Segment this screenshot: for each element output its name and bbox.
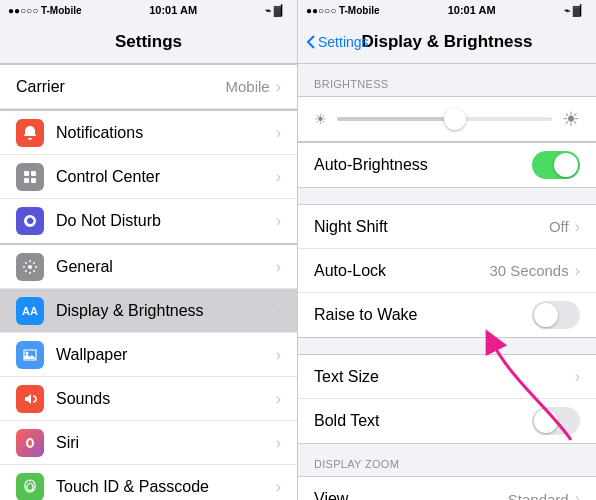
second-group: General › AA Display & Brightness › Wall… (0, 244, 297, 500)
view-chevron: › (575, 490, 580, 500)
raise-to-wake-label: Raise to Wake (314, 306, 532, 324)
notifications-icon (16, 119, 44, 147)
left-time: 10:01 AM (149, 4, 197, 16)
display-brightness-label: Display & Brightness (56, 302, 276, 320)
bold-text-toggle[interactable] (532, 407, 580, 435)
carrier-chevron: › (276, 78, 281, 96)
bold-text-label: Bold Text (314, 412, 532, 430)
control-center-label: Control Center (56, 168, 276, 186)
svg-point-7 (28, 440, 32, 446)
general-chevron: › (276, 258, 281, 276)
control-center-icon (16, 163, 44, 191)
view-value: Standard (508, 491, 569, 501)
svg-point-4 (28, 265, 32, 269)
view-label: View (314, 490, 508, 500)
right-nav-title: Display & Brightness (362, 32, 533, 52)
right-time: 10:01 AM (448, 4, 496, 16)
right-bluetooth-icon: ⌁ (564, 5, 570, 16)
right-content: BRIGHTNESS ☀ ☀ Auto-Brightness (298, 64, 596, 500)
display-brightness-chevron: › (276, 302, 281, 320)
sidebar-item-siri[interactable]: Siri › (0, 421, 297, 465)
back-button[interactable]: Settings (306, 34, 369, 50)
carrier-section: Carrier Mobile › (0, 64, 297, 110)
left-nav-bar: Settings (0, 20, 297, 64)
raise-to-wake-toggle[interactable] (532, 301, 580, 329)
bold-text-toggle-thumb (534, 409, 558, 433)
bold-text-row[interactable]: Bold Text (298, 399, 596, 443)
sidebar-item-display-brightness[interactable]: AA Display & Brightness › (0, 289, 297, 333)
night-shift-row[interactable]: Night Shift Off › (298, 205, 596, 249)
brightness-dim-icon: ☀ (314, 111, 327, 127)
right-battery-area: ⌁ ▓▏ (564, 5, 588, 16)
wallpaper-label: Wallpaper (56, 346, 276, 364)
raise-to-wake-row[interactable]: Raise to Wake (298, 293, 596, 337)
sounds-chevron: › (276, 390, 281, 408)
slider-thumb (444, 108, 466, 130)
carrier-value: Mobile (225, 78, 269, 95)
left-panel: ●●○○○ T-Mobile 10:01 AM ⌁ ▓▏ Settings Ca… (0, 0, 298, 500)
left-status-bar: ●●○○○ T-Mobile 10:01 AM ⌁ ▓▏ (0, 0, 297, 20)
sounds-label: Sounds (56, 390, 276, 408)
auto-brightness-toggle[interactable] (532, 151, 580, 179)
touch-id-chevron: › (276, 478, 281, 496)
brightness-slider-row[interactable]: ☀ ☀ (298, 96, 596, 142)
gap-4 (298, 338, 596, 354)
sounds-icon (16, 385, 44, 413)
slider-fill (337, 117, 455, 121)
svg-rect-2 (24, 178, 29, 183)
do-not-disturb-label: Do Not Disturb (56, 212, 276, 230)
right-carrier: ●●○○○ T-Mobile (306, 5, 380, 16)
left-nav-title: Settings (115, 32, 182, 52)
left-bluetooth-icon: ⌁ (265, 5, 271, 16)
right-panel: ●●○○○ T-Mobile 10:01 AM ⌁ ▓▏ Settings Di… (298, 0, 596, 500)
svg-rect-1 (31, 171, 36, 176)
do-not-disturb-icon (16, 207, 44, 235)
sidebar-item-wallpaper[interactable]: Wallpaper › (0, 333, 297, 377)
text-group: Text Size › Bold Text (298, 354, 596, 444)
night-shift-label: Night Shift (314, 218, 549, 236)
auto-brightness-row[interactable]: Auto-Brightness (298, 143, 596, 187)
night-shift-value: Off (549, 218, 569, 235)
right-panel-wrapper: ●●○○○ T-Mobile 10:01 AM ⌁ ▓▏ Settings Di… (298, 0, 596, 500)
auto-lock-chevron: › (575, 262, 580, 280)
auto-lock-value: 30 Seconds (489, 262, 568, 279)
left-battery-icon: ▓▏ (274, 5, 289, 16)
sidebar-item-general[interactable]: General › (0, 245, 297, 289)
general-label: General (56, 258, 276, 276)
first-group: Notifications › Control Center › Do N (0, 110, 297, 244)
touch-id-label: Touch ID & Passcode (56, 478, 276, 496)
gap-3 (298, 188, 596, 204)
sidebar-item-notifications[interactable]: Notifications › (0, 111, 297, 155)
right-nav-bar: Settings Display & Brightness (298, 20, 596, 64)
view-row[interactable]: View Standard › (298, 477, 596, 500)
text-size-label: Text Size (314, 368, 575, 386)
carrier-label: Carrier (16, 78, 225, 96)
siri-label: Siri (56, 434, 276, 452)
right-battery-icon: ▓▏ (573, 5, 588, 16)
sidebar-item-sounds[interactable]: Sounds › (0, 377, 297, 421)
brightness-bright-icon: ☀ (562, 107, 580, 131)
display-brightness-text-icon: AA (22, 305, 38, 317)
auto-lock-row[interactable]: Auto-Lock 30 Seconds › (298, 249, 596, 293)
night-shift-chevron: › (575, 218, 580, 236)
display-brightness-icon: AA (16, 297, 44, 325)
touch-id-icon (16, 473, 44, 501)
back-label: Settings (318, 34, 369, 50)
display-zoom-section-header: DISPLAY ZOOM (298, 444, 596, 476)
auto-brightness-label: Auto-Brightness (314, 156, 532, 174)
general-icon (16, 253, 44, 281)
display-zoom-group: View Standard › (298, 476, 596, 500)
svg-rect-3 (31, 178, 36, 183)
right-status-bar: ●●○○○ T-Mobile 10:01 AM ⌁ ▓▏ (298, 0, 596, 20)
wallpaper-chevron: › (276, 346, 281, 364)
sidebar-item-control-center[interactable]: Control Center › (0, 155, 297, 199)
siri-chevron: › (276, 434, 281, 452)
left-battery-area: ⌁ ▓▏ (265, 5, 289, 16)
brightness-slider[interactable] (337, 117, 552, 121)
sidebar-item-do-not-disturb[interactable]: Do Not Disturb › (0, 199, 297, 243)
wallpaper-icon (16, 341, 44, 369)
brightness-section-header: BRIGHTNESS (298, 64, 596, 96)
text-size-row[interactable]: Text Size › (298, 355, 596, 399)
carrier-row[interactable]: Carrier Mobile › (0, 65, 297, 109)
sidebar-item-touch-id[interactable]: Touch ID & Passcode › (0, 465, 297, 500)
